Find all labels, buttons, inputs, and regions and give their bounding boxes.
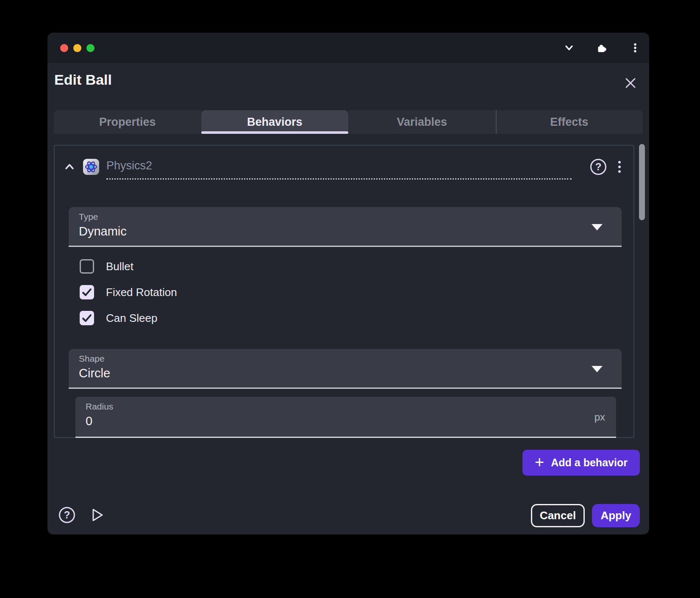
zoom-traffic-light[interactable] <box>86 44 94 52</box>
radius-field[interactable]: Radius 0 px <box>75 397 616 438</box>
shape-select[interactable]: Shape Circle <box>69 349 622 389</box>
bullet-checkbox-row[interactable]: Bullet <box>80 259 133 274</box>
radius-label: Radius <box>86 401 606 412</box>
apply-button[interactable]: Apply <box>592 504 640 527</box>
desktop-background: Edit Ball Properties Behaviors Variables… <box>0 0 700 598</box>
behavior-kebab-menu-icon[interactable] <box>617 160 622 174</box>
behaviors-panel: Physics2 ? Type Dynamic <box>54 145 634 438</box>
collapse-chevron-up-icon[interactable] <box>64 161 75 172</box>
tab-variables[interactable]: Variables <box>348 110 496 134</box>
titlebar-actions <box>564 33 641 63</box>
tab-properties[interactable]: Properties <box>54 110 201 134</box>
fixed-rotation-checkbox-row[interactable]: Fixed Rotation <box>80 285 177 299</box>
type-select[interactable]: Type Dynamic <box>69 207 622 247</box>
shape-label: Shape <box>79 354 611 364</box>
can-sleep-label: Can Sleep <box>106 312 157 325</box>
add-behavior-label: Add a behavior <box>551 457 628 469</box>
can-sleep-checkbox[interactable] <box>80 311 94 325</box>
behavior-name-field[interactable]: Physics2 <box>106 154 572 180</box>
physics-atom-icon <box>83 158 100 175</box>
radius-value: 0 <box>86 414 606 428</box>
fixed-rotation-checkbox[interactable] <box>80 285 94 299</box>
tab-bar: Properties Behaviors Variables Effects <box>54 110 643 134</box>
bullet-label: Bullet <box>106 260 133 273</box>
bullet-checkbox[interactable] <box>80 259 94 274</box>
checkmark-icon <box>81 313 92 324</box>
dropdown-triangle-icon <box>592 224 603 230</box>
dropdown-triangle-icon <box>592 366 603 372</box>
type-label: Type <box>79 212 611 222</box>
fixed-rotation-label: Fixed Rotation <box>106 286 177 299</box>
kebab-menu-icon[interactable] <box>630 42 641 53</box>
tab-effects[interactable]: Effects <box>496 110 643 134</box>
behavior-name: Physics2 <box>106 159 152 172</box>
minimize-traffic-light[interactable] <box>73 44 81 52</box>
chevron-down-icon[interactable] <box>564 42 575 53</box>
close-icon[interactable] <box>625 77 636 89</box>
close-traffic-light[interactable] <box>60 44 68 52</box>
shape-value: Circle <box>79 366 611 380</box>
edit-ball-window: Edit Ball Properties Behaviors Variables… <box>47 33 649 534</box>
can-sleep-checkbox-row[interactable]: Can Sleep <box>80 311 157 325</box>
vertical-scrollbar[interactable] <box>639 144 645 220</box>
radius-unit: px <box>594 411 605 423</box>
titlebar <box>47 33 649 63</box>
dialog-help-icon[interactable]: ? <box>59 507 75 523</box>
tab-behaviors[interactable]: Behaviors <box>201 110 349 134</box>
traffic-lights <box>60 44 94 52</box>
puzzle-extension-icon[interactable] <box>597 42 608 53</box>
dialog-title: Edit Ball <box>54 72 112 88</box>
type-value: Dynamic <box>79 224 611 238</box>
behavior-header: Physics2 ? <box>64 152 622 181</box>
checkmark-icon <box>81 287 92 298</box>
cancel-button[interactable]: Cancel <box>531 504 585 527</box>
add-behavior-button[interactable]: + Add a behavior <box>522 450 640 476</box>
behavior-help-icon[interactable]: ? <box>590 159 606 175</box>
play-preview-icon[interactable] <box>89 507 105 523</box>
